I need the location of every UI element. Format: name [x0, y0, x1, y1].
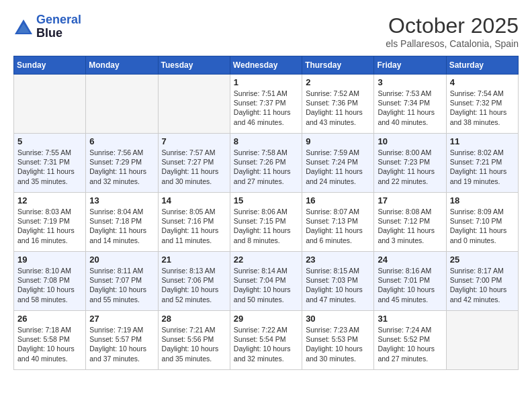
calendar-cell: 20Sunrise: 8:11 AM Sunset: 7:07 PM Dayli…	[86, 252, 158, 311]
calendar-cell: 21Sunrise: 8:13 AM Sunset: 7:06 PM Dayli…	[158, 252, 230, 311]
day-number: 1	[234, 77, 298, 87]
calendar-cell: 31Sunrise: 7:24 AM Sunset: 5:52 PM Dayli…	[374, 311, 446, 370]
weekday-header-thursday: Thursday	[302, 56, 374, 75]
calendar-cell: 14Sunrise: 8:05 AM Sunset: 7:16 PM Dayli…	[158, 193, 230, 252]
day-number: 18	[450, 195, 515, 205]
calendar-cell	[14, 75, 86, 134]
day-info: Sunrise: 7:57 AM Sunset: 7:27 PM Dayligh…	[162, 148, 226, 186]
day-info: Sunrise: 7:58 AM Sunset: 7:26 PM Dayligh…	[234, 148, 298, 186]
calendar-cell: 19Sunrise: 8:10 AM Sunset: 7:08 PM Dayli…	[14, 252, 86, 311]
day-number: 16	[306, 195, 370, 205]
calendar-cell: 8Sunrise: 7:58 AM Sunset: 7:26 PM Daylig…	[230, 134, 302, 193]
calendar-cell: 12Sunrise: 8:03 AM Sunset: 7:19 PM Dayli…	[14, 193, 86, 252]
calendar-cell: 16Sunrise: 8:07 AM Sunset: 7:13 PM Dayli…	[302, 193, 374, 252]
day-info: Sunrise: 7:55 AM Sunset: 7:31 PM Dayligh…	[17, 148, 82, 186]
calendar-cell: 9Sunrise: 7:59 AM Sunset: 7:24 PM Daylig…	[302, 134, 374, 193]
day-info: Sunrise: 8:00 AM Sunset: 7:23 PM Dayligh…	[378, 148, 442, 186]
calendar-cell: 30Sunrise: 7:23 AM Sunset: 5:53 PM Dayli…	[302, 311, 374, 370]
day-number: 17	[378, 195, 442, 205]
calendar-cell	[86, 75, 158, 134]
day-number: 11	[450, 136, 515, 146]
day-number: 12	[17, 195, 82, 205]
calendar-cell: 26Sunrise: 7:18 AM Sunset: 5:58 PM Dayli…	[14, 311, 86, 370]
calendar-cell: 28Sunrise: 7:21 AM Sunset: 5:56 PM Dayli…	[158, 311, 230, 370]
day-number: 24	[378, 255, 442, 265]
day-number: 8	[234, 136, 298, 146]
calendar-cell: 13Sunrise: 8:04 AM Sunset: 7:18 PM Dayli…	[86, 193, 158, 252]
day-info: Sunrise: 8:08 AM Sunset: 7:12 PM Dayligh…	[378, 207, 442, 245]
day-number: 4	[450, 77, 515, 87]
calendar-cell: 11Sunrise: 8:02 AM Sunset: 7:21 PM Dayli…	[446, 134, 518, 193]
calendar-cell: 5Sunrise: 7:55 AM Sunset: 7:31 PM Daylig…	[14, 134, 86, 193]
day-info: Sunrise: 8:03 AM Sunset: 7:19 PM Dayligh…	[17, 207, 82, 245]
day-info: Sunrise: 7:19 AM Sunset: 5:57 PM Dayligh…	[89, 325, 154, 363]
day-info: Sunrise: 8:16 AM Sunset: 7:01 PM Dayligh…	[378, 266, 442, 304]
day-number: 20	[89, 255, 154, 265]
weekday-header-friday: Friday	[374, 56, 446, 75]
day-number: 26	[17, 314, 82, 324]
calendar-cell: 17Sunrise: 8:08 AM Sunset: 7:12 PM Dayli…	[374, 193, 446, 252]
calendar-cell: 6Sunrise: 7:56 AM Sunset: 7:29 PM Daylig…	[86, 134, 158, 193]
weekday-header-monday: Monday	[86, 56, 158, 75]
calendar-week-1: 5Sunrise: 7:55 AM Sunset: 7:31 PM Daylig…	[14, 134, 519, 193]
weekday-header-row: SundayMondayTuesdayWednesdayThursdayFrid…	[14, 56, 519, 75]
day-info: Sunrise: 8:13 AM Sunset: 7:06 PM Dayligh…	[162, 266, 226, 304]
day-info: Sunrise: 7:59 AM Sunset: 7:24 PM Dayligh…	[306, 148, 370, 186]
day-number: 13	[89, 195, 154, 205]
day-info: Sunrise: 8:11 AM Sunset: 7:07 PM Dayligh…	[89, 266, 154, 304]
logo-icon	[13, 17, 34, 37]
month-title: October 2025	[386, 13, 519, 38]
page-header: General Blue October 2025 els Pallaresos…	[13, 13, 519, 49]
calendar-cell: 10Sunrise: 8:00 AM Sunset: 7:23 PM Dayli…	[374, 134, 446, 193]
calendar-cell: 22Sunrise: 8:14 AM Sunset: 7:04 PM Dayli…	[230, 252, 302, 311]
day-info: Sunrise: 8:09 AM Sunset: 7:10 PM Dayligh…	[450, 207, 515, 245]
day-number: 5	[17, 136, 82, 146]
calendar-cell: 3Sunrise: 7:53 AM Sunset: 7:34 PM Daylig…	[374, 75, 446, 134]
day-number: 10	[378, 136, 442, 146]
day-number: 27	[89, 314, 154, 324]
day-number: 23	[306, 255, 370, 265]
calendar-week-0: 1Sunrise: 7:51 AM Sunset: 7:37 PM Daylig…	[14, 75, 519, 134]
day-number: 30	[306, 314, 370, 324]
calendar-cell: 25Sunrise: 8:17 AM Sunset: 7:00 PM Dayli…	[446, 252, 518, 311]
day-info: Sunrise: 7:23 AM Sunset: 5:53 PM Dayligh…	[306, 325, 370, 363]
day-info: Sunrise: 7:51 AM Sunset: 7:37 PM Dayligh…	[234, 89, 298, 127]
weekday-header-saturday: Saturday	[446, 56, 518, 75]
day-info: Sunrise: 8:07 AM Sunset: 7:13 PM Dayligh…	[306, 207, 370, 245]
calendar-cell: 24Sunrise: 8:16 AM Sunset: 7:01 PM Dayli…	[374, 252, 446, 311]
calendar-cell: 18Sunrise: 8:09 AM Sunset: 7:10 PM Dayli…	[446, 193, 518, 252]
day-info: Sunrise: 8:15 AM Sunset: 7:03 PM Dayligh…	[306, 266, 370, 304]
calendar-cell: 15Sunrise: 8:06 AM Sunset: 7:15 PM Dayli…	[230, 193, 302, 252]
day-number: 6	[89, 136, 154, 146]
calendar-cell: 1Sunrise: 7:51 AM Sunset: 7:37 PM Daylig…	[230, 75, 302, 134]
day-info: Sunrise: 7:18 AM Sunset: 5:58 PM Dayligh…	[17, 325, 82, 363]
calendar-week-3: 19Sunrise: 8:10 AM Sunset: 7:08 PM Dayli…	[14, 252, 519, 311]
day-number: 21	[162, 255, 226, 265]
calendar: SundayMondayTuesdayWednesdayThursdayFrid…	[13, 56, 519, 370]
calendar-cell: 4Sunrise: 7:54 AM Sunset: 7:32 PM Daylig…	[446, 75, 518, 134]
calendar-cell: 27Sunrise: 7:19 AM Sunset: 5:57 PM Dayli…	[86, 311, 158, 370]
calendar-cell	[158, 75, 230, 134]
calendar-cell: 23Sunrise: 8:15 AM Sunset: 7:03 PM Dayli…	[302, 252, 374, 311]
day-number: 31	[378, 314, 442, 324]
weekday-header-tuesday: Tuesday	[158, 56, 230, 75]
logo-text: General Blue	[36, 13, 81, 40]
day-number: 2	[306, 77, 370, 87]
day-info: Sunrise: 7:54 AM Sunset: 7:32 PM Dayligh…	[450, 89, 515, 127]
day-number: 22	[234, 255, 298, 265]
calendar-cell: 29Sunrise: 7:22 AM Sunset: 5:54 PM Dayli…	[230, 311, 302, 370]
day-number: 7	[162, 136, 226, 146]
calendar-cell	[446, 311, 518, 370]
day-number: 3	[378, 77, 442, 87]
day-info: Sunrise: 8:02 AM Sunset: 7:21 PM Dayligh…	[450, 148, 515, 186]
day-info: Sunrise: 7:56 AM Sunset: 7:29 PM Dayligh…	[89, 148, 154, 186]
location: els Pallaresos, Catalonia, Spain	[386, 38, 519, 49]
day-info: Sunrise: 8:17 AM Sunset: 7:00 PM Dayligh…	[450, 266, 515, 304]
day-number: 28	[162, 314, 226, 324]
day-number: 15	[234, 195, 298, 205]
day-info: Sunrise: 8:06 AM Sunset: 7:15 PM Dayligh…	[234, 207, 298, 245]
day-info: Sunrise: 7:52 AM Sunset: 7:36 PM Dayligh…	[306, 89, 370, 127]
weekday-header-wednesday: Wednesday	[230, 56, 302, 75]
day-number: 19	[17, 255, 82, 265]
day-number: 29	[234, 314, 298, 324]
